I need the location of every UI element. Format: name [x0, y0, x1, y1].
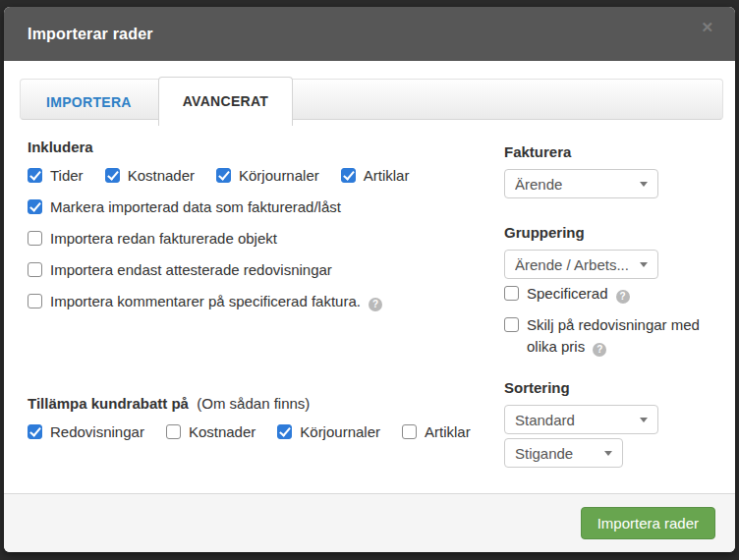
- checkbox-label: Kostnader: [128, 165, 195, 187]
- checkbox-artiklar[interactable]: Artiklar: [341, 167, 410, 187]
- checkbox-label-text: Importera kommentarer på specificerad fa…: [50, 293, 361, 309]
- help-icon[interactable]: ?: [616, 290, 630, 304]
- checkbox-box[interactable]: [28, 424, 42, 439]
- modal-title: Importerar rader: [28, 26, 153, 43]
- include-type-row: Tider Kostnader Körjournaler Artiklar: [28, 167, 481, 187]
- left-column: Inkludera Tider Kostnader Körjournaler: [28, 139, 481, 468]
- chevron-down-icon: [604, 451, 612, 456]
- checkbox-box[interactable]: [277, 424, 292, 439]
- checkbox-box[interactable]: [28, 294, 42, 308]
- sortering-falt-value: Standard: [515, 412, 575, 428]
- checkbox-box[interactable]: [28, 199, 42, 214]
- help-icon[interactable]: ?: [593, 343, 606, 357]
- checkbox-label: Importera kommentarer på specificerad fa…: [50, 291, 382, 312]
- checkbox-label: Tider: [50, 165, 84, 187]
- chevron-down-icon: [640, 418, 648, 422]
- modal-header: Importerar rader ✕: [4, 7, 735, 61]
- gruppering-select[interactable]: Ärende / Arbets...: [504, 250, 658, 279]
- chevron-down-icon: [640, 182, 648, 187]
- checkbox-label-text: Specificerad: [527, 285, 608, 302]
- sortering-falt-select[interactable]: Standard: [504, 405, 658, 434]
- checkbox-box[interactable]: [504, 317, 519, 332]
- checkbox-label: Importera redan fakturerade objekt: [50, 228, 277, 250]
- checkbox-label: Artiklar: [364, 165, 410, 187]
- close-icon[interactable]: ✕: [697, 16, 717, 38]
- checkbox-korjournaler[interactable]: Körjournaler: [216, 167, 319, 187]
- discount-row: Redovisningar Kostnader Körjournaler Art…: [28, 423, 481, 443]
- page-overlay: { "modal": { "title": "Importerar rader"…: [0, 0, 739, 560]
- checkbox-label: Specificerad?: [527, 283, 630, 305]
- tab-bar: IMPORTERA AVANCERAT: [4, 61, 735, 125]
- checkbox-kostnader[interactable]: Kostnader: [105, 167, 195, 187]
- checkbox-box[interactable]: [28, 231, 42, 246]
- checkbox-rabatt-korjournaler[interactable]: Körjournaler: [277, 423, 380, 443]
- section-heading-sortering: Sortering: [504, 379, 725, 396]
- fakturera-select-value: Ärende: [515, 176, 562, 193]
- checkbox-box[interactable]: [504, 286, 519, 301]
- checkbox-label: Kostnader: [189, 421, 256, 443]
- checkbox-box[interactable]: [28, 262, 42, 277]
- checkbox-rabatt-kostnader[interactable]: Kostnader: [166, 423, 256, 443]
- tab-importera[interactable]: IMPORTERA: [20, 79, 158, 122]
- section-heading-fakturera: Fakturera: [504, 143, 725, 160]
- checkbox-label: Importera endast attesterade redovisning…: [50, 259, 332, 281]
- modal-footer: Importera rader: [4, 493, 735, 552]
- checkbox-skilj-pris[interactable]: Skilj på redovisningar med olika pris?: [504, 316, 725, 358]
- checkbox-markera-fakturerad[interactable]: Markera importerad data som fakturerad/l…: [28, 198, 481, 218]
- checkbox-importera-fakturerade[interactable]: Importera redan fakturerade objekt: [28, 230, 481, 250]
- chevron-down-icon: [640, 262, 648, 267]
- tab-avancerat[interactable]: AVANCERAT: [158, 77, 293, 126]
- checkbox-box[interactable]: [402, 424, 417, 439]
- modal-body: IMPORTERA AVANCERAT Inkludera Tider Kost…: [4, 61, 735, 493]
- checkbox-rabatt-artiklar[interactable]: Artiklar: [402, 423, 471, 443]
- sortering-riktning-select[interactable]: Stigande: [504, 438, 623, 468]
- checkbox-label-text: Skilj på redovisningar med olika pris: [527, 316, 700, 355]
- checkbox-label: Skilj på redovisningar med olika pris?: [527, 314, 711, 358]
- fakturera-select[interactable]: Ärende: [504, 169, 658, 198]
- checkbox-label: Artiklar: [425, 421, 471, 443]
- checkbox-redovisningar[interactable]: Redovisningar: [28, 423, 144, 443]
- kundrabatt-heading-text: Tillämpa kundrabatt på: [28, 395, 189, 412]
- checkbox-label: Körjournaler: [300, 421, 380, 443]
- checkbox-box[interactable]: [105, 168, 120, 183]
- checkbox-box[interactable]: [341, 168, 356, 183]
- gruppering-select-value: Ärende / Arbets...: [515, 256, 629, 273]
- importera-rader-button[interactable]: Importera rader: [581, 507, 715, 539]
- import-rows-modal: Importerar rader ✕ IMPORTERA AVANCERAT I…: [4, 7, 735, 552]
- checkbox-label: Markera importerad data som fakturerad/l…: [50, 196, 341, 218]
- checkbox-endast-attesterade[interactable]: Importera endast attesterade redovisning…: [28, 261, 481, 281]
- checkbox-box[interactable]: [28, 168, 42, 183]
- checkbox-label: Körjournaler: [239, 165, 319, 187]
- checkbox-box[interactable]: [216, 168, 231, 183]
- tab-row: IMPORTERA AVANCERAT: [20, 77, 293, 126]
- checkbox-label: Redovisningar: [50, 421, 144, 443]
- tab-content: Inkludera Tider Kostnader Körjournaler: [4, 125, 735, 468]
- sortering-riktning-value: Stigande: [515, 445, 573, 462]
- checkbox-importera-kommentarer[interactable]: Importera kommentarer på specificerad fa…: [28, 293, 481, 312]
- help-icon[interactable]: ?: [369, 298, 382, 311]
- section-heading-kundrabatt: Tillämpa kundrabatt på (Om sådan finns): [28, 395, 481, 412]
- checkbox-tider[interactable]: Tider: [28, 167, 84, 187]
- include-options: Markera importerad data som fakturerad/l…: [28, 198, 481, 312]
- section-heading-gruppering: Gruppering: [504, 224, 725, 241]
- checkbox-box[interactable]: [166, 424, 181, 439]
- checkbox-specificerad[interactable]: Specificerad?: [504, 285, 725, 305]
- right-column: Fakturera Ärende Gruppering Ärende / Arb…: [504, 139, 725, 468]
- kundrabatt-note: (Om sådan finns): [197, 395, 310, 412]
- section-heading-inkludera: Inkludera: [28, 139, 481, 155]
